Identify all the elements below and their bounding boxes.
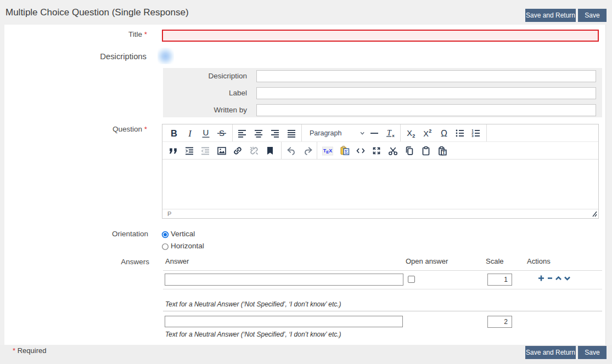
svg-text:T: T (387, 129, 392, 137)
svg-text:B: B (171, 128, 177, 138)
svg-text:Ω: Ω (441, 129, 447, 138)
svg-text:I: I (188, 128, 192, 139)
svg-text:T: T (442, 150, 446, 155)
svg-text:X: X (423, 129, 429, 138)
svg-text:2: 2 (412, 133, 415, 139)
svg-text:2: 2 (429, 128, 431, 134)
svg-text:U: U (203, 128, 209, 137)
svg-text:x: x (392, 133, 395, 138)
svg-text:Σ: Σ (345, 149, 348, 155)
svg-text:3: 3 (471, 134, 474, 138)
svg-text:X: X (407, 129, 412, 138)
